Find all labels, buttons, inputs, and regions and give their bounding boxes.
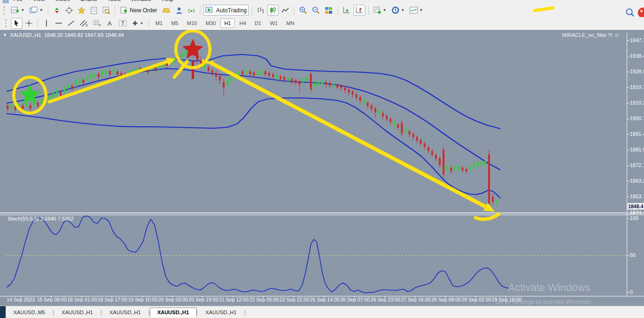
trendline-tool-button[interactable]: [65, 18, 77, 29]
candle-body: [382, 113, 384, 116]
chevron-down-icon: ▼: [39, 8, 43, 12]
market-watch-button[interactable]: [51, 5, 63, 16]
timeframe-button-d1[interactable]: D1: [251, 18, 265, 28]
text-label-tool-button[interactable]: T: [117, 18, 129, 29]
candle-body: [473, 164, 475, 167]
bar-chart-type-button[interactable]: [255, 5, 266, 16]
timeframe-button-w1[interactable]: W1: [266, 18, 281, 28]
navigator-button[interactable]: [76, 5, 87, 16]
chart-collapse-icon[interactable]: ▼: [3, 33, 7, 37]
time-axis-label: 29 Sep 18:00: [492, 297, 521, 302]
menu-item-file[interactable]: File: [13, 0, 22, 2]
candle-body: [393, 122, 395, 125]
candle-body: [181, 53, 183, 57]
menu-item-tools[interactable]: Tools: [108, 0, 121, 2]
candle-body: [446, 166, 448, 170]
zoom-out-icon: [312, 6, 320, 14]
candlestick-chart-type-button[interactable]: [267, 5, 279, 16]
metaeditor-button[interactable]: [160, 5, 172, 16]
zoom-in-button[interactable]: [297, 5, 309, 16]
menu-item-window[interactable]: Window: [131, 0, 152, 2]
activate-windows-watermark: Activate Windows: [508, 282, 590, 294]
timeframe-button-m5[interactable]: M5: [167, 18, 182, 28]
candle-body: [37, 103, 39, 106]
time-axis-label: 19 Sep 10:00: [128, 297, 157, 302]
profiles-button[interactable]: ▼: [27, 5, 45, 16]
menu-item-insert[interactable]: Insert: [55, 0, 70, 2]
candle-body: [253, 72, 255, 75]
search-icon: [626, 9, 634, 16]
text-tool-button[interactable]: A: [104, 18, 116, 29]
candle-body: [56, 90, 58, 95]
community-button[interactable]: [173, 5, 185, 16]
strategy-tester-button[interactable]: [100, 5, 112, 16]
menu-item-charts[interactable]: Charts: [80, 0, 97, 2]
candle-body: [227, 80, 228, 84]
new-order-label: New Order: [130, 7, 157, 14]
chart-canvas[interactable]: [0, 30, 644, 306]
zoom-out-button[interactable]: [310, 5, 322, 16]
tile-windows-button[interactable]: [323, 5, 335, 16]
chart-window[interactable]: ▼ XAUUSD.,H1 1848.20 1849.82 1847.69 184…: [0, 29, 644, 306]
templates-button[interactable]: ▼: [408, 5, 425, 16]
candle-body: [348, 89, 350, 93]
candle-body: [67, 85, 69, 88]
candle-body: [117, 71, 118, 75]
candle-body: [408, 131, 410, 134]
arrows-shapes-button[interactable]: ▼: [130, 18, 145, 29]
equidistant-channel-tool-button[interactable]: E: [78, 18, 90, 29]
chart-tab-3[interactable]: XAUUSD.,H1: [150, 308, 197, 317]
time-axis-label: 26 Sep 07:00: [340, 297, 370, 302]
autotrading-button[interactable]: AutoTrading: [203, 5, 249, 16]
price-axis-label: 1881.9: [630, 147, 644, 152]
fibonacci-tool-button[interactable]: F: [91, 18, 103, 29]
horizontal-line-icon: [55, 20, 63, 26]
timeframe-button-mn[interactable]: MN: [282, 18, 298, 28]
auto-scroll-button[interactable]: [341, 5, 353, 16]
terminal-button[interactable]: [88, 5, 100, 16]
timeframe-button-h1[interactable]: H1: [220, 18, 235, 28]
data-window-button[interactable]: [63, 5, 75, 16]
chart-ohlc-values: 1848.20 1849.82 1847.69 1848.44: [44, 32, 124, 38]
signals-button[interactable]: [186, 5, 197, 16]
candle-body: [488, 154, 490, 204]
chart-tab-1[interactable]: XAUUSD.,H1: [54, 308, 100, 317]
new-chart-button[interactable]: ▼: [9, 5, 27, 16]
yellow-paint-mark: [533, 6, 555, 12]
candle-body: [333, 84, 335, 87]
line-chart-type-button[interactable]: [280, 5, 291, 16]
periods-button[interactable]: ▼: [390, 5, 407, 16]
candle-body: [79, 79, 81, 82]
chevron-down-icon: ▼: [419, 8, 423, 12]
candle-body: [469, 167, 471, 169]
stoch-axis-label: 0: [630, 289, 633, 295]
chart-tab-2[interactable]: XAUUSD.,H1: [102, 308, 148, 317]
candle-body: [496, 200, 498, 203]
candle-body: [86, 77, 88, 80]
candle-body: [427, 147, 429, 151]
gold-ingot-icon: [162, 7, 171, 14]
profiles-icon: [29, 7, 38, 14]
timeframe-button-h4[interactable]: H4: [236, 18, 250, 28]
chart-tab-0[interactable]: XAUUSD.,M5: [6, 308, 53, 317]
notification-pin-icon: [638, 8, 644, 18]
cursor-tool-button[interactable]: [11, 18, 22, 29]
crosshair-tool-button[interactable]: [23, 18, 35, 29]
timeframe-button-m1[interactable]: M1: [152, 18, 166, 28]
horizontal-line-tool-button[interactable]: [53, 18, 64, 29]
chart-tab-4[interactable]: XAUUSD.,H1: [198, 308, 244, 317]
chart-shift-button[interactable]: [354, 5, 365, 16]
menu-item-help[interactable]: Help: [162, 0, 173, 2]
vertical-line-tool-button[interactable]: [41, 18, 52, 29]
candle-body: [268, 73, 270, 76]
new-order-button[interactable]: New Order: [118, 5, 159, 16]
stoch-axis-label: 100: [630, 215, 638, 221]
toolbar-grip[interactable]: [5, 19, 9, 27]
indicators-button[interactable]: ▼: [372, 5, 389, 16]
toolbar-grip[interactable]: [3, 6, 7, 15]
timeframe-button-m30[interactable]: M30: [202, 18, 219, 28]
stochastic-line: [7, 216, 510, 293]
timeframe-button-m15[interactable]: M15: [183, 18, 200, 28]
time-axis-label: 18 Sep 17:00: [98, 297, 127, 302]
menu-item-view[interactable]: View: [33, 0, 45, 2]
